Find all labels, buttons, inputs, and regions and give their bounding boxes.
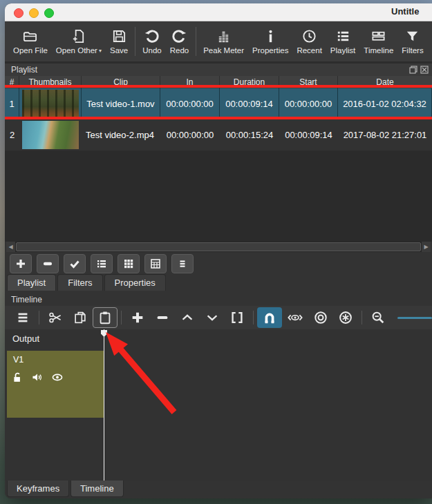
- video-track-v1[interactable]: V1: [7, 351, 104, 418]
- playhead-line[interactable]: [104, 329, 104, 481]
- undo-icon: [144, 28, 160, 44]
- view-icons-button[interactable]: [144, 254, 167, 273]
- split-button[interactable]: [225, 307, 250, 328]
- scroll-right-icon[interactable]: ▶: [422, 242, 431, 252]
- timeline-zoom-slider[interactable]: [397, 317, 432, 319]
- undo-button[interactable]: Undo: [138, 23, 166, 59]
- redo-label: Redo: [170, 46, 189, 55]
- recent-button[interactable]: Recent: [292, 23, 326, 59]
- scissors-icon: [48, 310, 63, 325]
- timeline-panel-header[interactable]: Timeline: [5, 293, 432, 306]
- snap-toggle-button[interactable]: [257, 307, 282, 328]
- peak-meter-button[interactable]: Peak Meter: [199, 23, 248, 59]
- remove-clip-button[interactable]: [37, 254, 59, 273]
- toolbar-separator: [361, 311, 362, 324]
- table-row-2[interactable]: 2 Test video-2.mp4 00:00:00:00 00:00:15:…: [5, 119, 432, 151]
- timeline-toolbar-button[interactable]: Timeline: [359, 23, 397, 59]
- copy-icon: [73, 310, 88, 325]
- save-button[interactable]: Save: [106, 23, 132, 59]
- append-plus-icon: [130, 310, 145, 325]
- tab-keyframes[interactable]: Keyframes: [7, 481, 69, 497]
- scroll-left-icon[interactable]: ◀: [6, 242, 15, 252]
- paste-button[interactable]: [93, 307, 118, 328]
- tab-properties[interactable]: Properties: [104, 274, 166, 291]
- clip-start: 00:00:00:00: [279, 88, 338, 119]
- redo-icon: [171, 28, 187, 44]
- overwrite-button[interactable]: [200, 307, 225, 328]
- toolbar-separator: [135, 27, 135, 56]
- desktop-wallpaper: Untitle Open File Open Other▾ Save Undo: [0, 0, 432, 504]
- tab-filters[interactable]: Filters: [57, 274, 102, 291]
- minus-icon: [42, 258, 53, 269]
- open-other-button[interactable]: Open Other▾: [52, 23, 106, 59]
- scrollbar-thumb[interactable]: [16, 242, 421, 251]
- minimize-window-button[interactable]: [29, 8, 39, 18]
- playlist-rows: 1 Test video-1.mov 00:00:00:00 00:00:09:…: [5, 88, 432, 151]
- properties-button[interactable]: Properties: [248, 23, 292, 59]
- tab-timeline[interactable]: Timeline: [71, 481, 124, 497]
- column-header-date[interactable]: Date: [338, 76, 432, 88]
- clip-start: 00:00:09:14: [279, 119, 338, 151]
- cut-button[interactable]: [43, 307, 68, 328]
- clip-thumbnail-beach: [22, 121, 79, 149]
- toolbar-separator: [121, 311, 122, 324]
- dropdown-caret-icon: ▾: [99, 48, 102, 55]
- add-clip-button[interactable]: [10, 254, 32, 273]
- playlist-menu-button[interactable]: [171, 254, 194, 273]
- float-panel-icon[interactable]: [409, 66, 417, 74]
- append-button[interactable]: [125, 307, 150, 328]
- timeline-menu-button[interactable]: [10, 307, 35, 328]
- tab-playlist[interactable]: Playlist: [7, 274, 56, 291]
- title-bar: Untitle: [5, 3, 432, 21]
- scrub-while-dragging-button[interactable]: [282, 307, 308, 328]
- chevron-up-icon: [180, 310, 195, 325]
- clip-name: Test video-1.mov: [82, 88, 160, 119]
- timeline-icon: [370, 28, 386, 44]
- open-file-button[interactable]: Open File: [9, 23, 52, 59]
- properties-label: Properties: [252, 46, 288, 55]
- column-header-clip[interactable]: Clip: [82, 76, 160, 88]
- paste-clipboard-icon: [97, 310, 113, 325]
- playlist-panel-header[interactable]: Playlist: [5, 64, 432, 76]
- ripple-all-tracks-button[interactable]: [333, 307, 358, 328]
- zoom-out-button[interactable]: [366, 307, 391, 328]
- toolbar-separator: [39, 311, 39, 324]
- playlist-toolbar-button[interactable]: Playlist: [326, 23, 359, 59]
- zoom-window-button[interactable]: [44, 8, 54, 18]
- row-index: 2: [5, 119, 19, 151]
- column-header-thumbnails[interactable]: Thumbnails: [19, 76, 82, 88]
- view-details-icon: [96, 258, 107, 269]
- update-clip-button[interactable]: [64, 254, 86, 273]
- column-header-index[interactable]: #: [5, 76, 19, 88]
- column-header-in[interactable]: In: [160, 76, 220, 88]
- column-header-duration[interactable]: Duration: [220, 76, 279, 88]
- timeline-body[interactable]: Output V1: [5, 329, 432, 481]
- ripple-delete-button[interactable]: [150, 307, 175, 328]
- ripple-button[interactable]: [308, 307, 333, 328]
- view-details-button[interactable]: [91, 254, 113, 273]
- check-icon: [69, 258, 80, 269]
- properties-icon: [263, 28, 279, 44]
- mute-track-icon[interactable]: [31, 371, 44, 386]
- filters-icon: [404, 28, 420, 44]
- hide-track-icon[interactable]: [51, 371, 64, 386]
- column-header-start[interactable]: Start: [279, 76, 338, 88]
- close-window-button[interactable]: [14, 8, 24, 18]
- window-title: Untitle: [391, 6, 419, 17]
- clip-duration: 00:00:09:14: [220, 88, 279, 119]
- minus-icon: [155, 310, 170, 325]
- filters-button[interactable]: Filters: [397, 23, 427, 59]
- menu-icon: [177, 258, 188, 269]
- lift-button[interactable]: [175, 307, 200, 328]
- bottom-tab-bar: Keyframes Timeline: [5, 481, 432, 498]
- close-panel-icon[interactable]: [420, 66, 429, 74]
- redo-button[interactable]: Redo: [166, 23, 194, 59]
- output-track-header[interactable]: Output: [5, 329, 104, 349]
- undo-label: Undo: [142, 46, 162, 55]
- table-row-1[interactable]: 1 Test video-1.mov 00:00:00:00 00:00:09:…: [5, 88, 432, 119]
- lock-track-icon[interactable]: [12, 371, 24, 386]
- view-tiles-button[interactable]: [118, 254, 140, 273]
- copy-button[interactable]: [68, 307, 93, 328]
- horizontal-scrollbar[interactable]: ◀ ▶: [6, 242, 431, 252]
- clip-thumbnail-forest: [22, 90, 79, 118]
